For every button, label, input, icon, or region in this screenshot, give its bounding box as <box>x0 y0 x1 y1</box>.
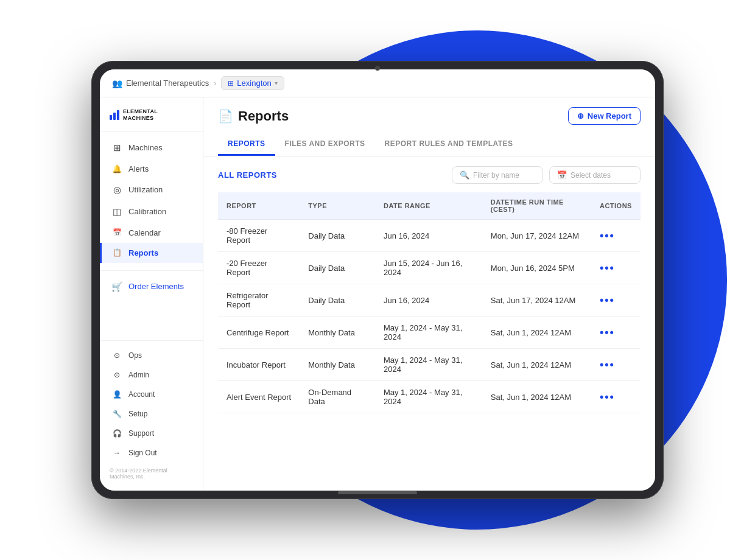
table-row[interactable]: -20 Freezer Report Daily Data Jun 15, 20… <box>218 252 641 284</box>
sidebar-item-alerts[interactable]: 🔔 Alerts <box>100 159 203 179</box>
sidebar-label-admin: Admin <box>128 371 149 379</box>
page-title-row: 📄 Reports ⊕ New Report <box>218 107 641 125</box>
cell-actions-1[interactable]: ••• <box>591 252 641 284</box>
tabs: Reports Files and Exports Report Rules a… <box>218 133 641 156</box>
sidebar-label-account: Account <box>128 390 155 399</box>
actions-dots-2[interactable]: ••• <box>600 294 615 306</box>
table-row[interactable]: -80 Freezer Report Daily Data Jun 16, 20… <box>218 220 641 252</box>
logo-bar-2 <box>113 113 116 120</box>
sidebar-item-calendar[interactable]: 📅 Calendar <box>100 223 203 243</box>
cell-actions-2[interactable]: ••• <box>591 284 641 317</box>
cell-datetime-0: Mon, Jun 17, 2024 12AM <box>482 220 591 252</box>
cell-type-5: On-Demand Data <box>300 381 375 413</box>
sidebar-item-setup[interactable]: 🔧 Setup <box>100 404 203 424</box>
table-row[interactable]: Incubator Report Monthly Data May 1, 202… <box>218 349 641 381</box>
org-name[interactable]: Elemental Therapeutics <box>126 79 209 88</box>
new-report-button[interactable]: ⊕ New Report <box>568 107 641 125</box>
search-placeholder: Filter by name <box>473 171 519 180</box>
cell-datetime-5: Sat, Jun 1, 2024 12AM <box>482 381 591 413</box>
cell-actions-4[interactable]: ••• <box>591 349 641 381</box>
sidebar-item-calibration[interactable]: ◫ Calibration <box>100 201 203 223</box>
calendar-filter-icon: 📅 <box>557 170 567 180</box>
breadcrumb-location[interactable]: ⊞ Lexington ▾ <box>221 76 284 90</box>
actions-dots-0[interactable]: ••• <box>600 229 615 242</box>
cell-actions-3[interactable]: ••• <box>591 317 641 349</box>
table-row[interactable]: Alert Event Report On-Demand Data May 1,… <box>218 381 641 413</box>
sidebar-label-setup: Setup <box>128 410 147 418</box>
cell-datetime-3: Sat, Jun 1, 2024 12AM <box>482 317 591 349</box>
logo-bar-3 <box>117 110 119 120</box>
reports-table: Report Type Date Range Datetime Run Time… <box>218 192 641 413</box>
top-bar: 👥 Elemental Therapeutics › ⊞ Lexington ▾ <box>100 69 655 97</box>
sidebar-item-signout[interactable]: → Sign Out <box>100 443 203 463</box>
cell-type-4: Monthly Data <box>300 349 375 381</box>
calendar-icon: 📅 <box>111 228 122 237</box>
col-date-range: Date Range <box>375 192 482 220</box>
cell-date-range-5: May 1, 2024 - May 31, 2024 <box>375 381 482 413</box>
sidebar-label-ops: Ops <box>128 351 142 360</box>
sidebar-label-calendar: Calendar <box>128 228 161 237</box>
cell-actions-5[interactable]: ••• <box>591 381 641 413</box>
page-title: 📄 Reports <box>218 108 289 124</box>
sidebar-footer: © 2014-2022 Elemental Machines, Inc. <box>100 463 203 485</box>
tab-files-exports[interactable]: Files and Exports <box>275 133 375 156</box>
search-filter[interactable]: 🔍 Filter by name <box>452 166 543 184</box>
sidebar-label-signout: Sign Out <box>128 449 157 457</box>
utilization-icon: ◎ <box>111 184 122 195</box>
cell-date-range-0: Jun 16, 2024 <box>375 220 482 252</box>
col-report: Report <box>218 192 300 220</box>
calibration-icon: ◫ <box>111 206 122 217</box>
filter-inputs: 🔍 Filter by name 📅 Select dates <box>452 166 641 184</box>
cell-actions-0[interactable]: ••• <box>591 220 641 252</box>
logo-bar-1 <box>110 115 112 120</box>
breadcrumb-arrow: › <box>214 79 216 88</box>
sidebar-item-machines[interactable]: ⊞ Machines <box>100 137 203 159</box>
sidebar-bottom: ⊙ Ops ⊙ Admin 👤 Account 🔧 Setup <box>100 340 203 463</box>
cell-report-5: Alert Event Report <box>218 381 300 413</box>
cell-type-0: Daily Data <box>300 220 375 252</box>
sidebar-label-calibration: Calibration <box>128 207 166 216</box>
new-report-label: New Report <box>588 111 631 121</box>
table-row[interactable]: Centrifuge Report Monthly Data May 1, 20… <box>218 317 641 349</box>
breadcrumb-org: 👥 Elemental Therapeutics <box>112 79 209 88</box>
page-title-text: Reports <box>238 108 289 124</box>
sidebar-item-order-elements[interactable]: 🛒 Order Elements <box>100 276 203 298</box>
sidebar-item-support[interactable]: 🎧 Support <box>100 424 203 443</box>
actions-dots-1[interactable]: ••• <box>600 262 615 274</box>
sidebar-label-reports: Reports <box>128 248 158 257</box>
logo-text: ELEMENTAL MACHINES <box>123 108 158 122</box>
cell-report-1: -20 Freezer Report <box>218 252 300 284</box>
sidebar-label-utilization: Utilization <box>128 185 163 194</box>
tab-rules-templates[interactable]: Report Rules and Templates <box>375 133 523 156</box>
machines-icon: ⊞ <box>111 142 122 153</box>
org-icon: 👥 <box>112 79 122 88</box>
cell-date-range-3: May 1, 2024 - May 31, 2024 <box>375 317 482 349</box>
tablet-camera <box>375 66 380 71</box>
reports-icon: 📋 <box>111 248 122 257</box>
cell-report-2: Refrigerator Report <box>218 284 300 317</box>
ops-icon: ⊙ <box>111 351 122 360</box>
filter-label: All Reports <box>218 170 277 180</box>
setup-icon: 🔧 <box>111 410 122 418</box>
support-icon: 🎧 <box>111 429 122 438</box>
actions-dots-4[interactable]: ••• <box>600 359 615 371</box>
col-actions: Actions <box>591 192 641 220</box>
actions-dots-5[interactable]: ••• <box>600 391 615 403</box>
logo-text-line2: MACHINES <box>123 115 158 122</box>
search-icon: 🔍 <box>460 170 469 180</box>
actions-dots-3[interactable]: ••• <box>600 326 615 338</box>
tab-reports[interactable]: Reports <box>218 133 275 156</box>
col-datetime-run: Datetime Run Time (CEST) <box>482 192 591 220</box>
sidebar-item-ops[interactable]: ⊙ Ops <box>100 346 203 365</box>
sidebar-item-utilization[interactable]: ◎ Utilization <box>100 179 203 201</box>
sidebar-item-admin[interactable]: ⊙ Admin <box>100 365 203 385</box>
sidebar-label-support: Support <box>128 429 154 438</box>
cell-datetime-4: Sat, Jun 1, 2024 12AM <box>482 349 591 381</box>
table-row[interactable]: Refrigerator Report Daily Data Jun 16, 2… <box>218 284 641 317</box>
footer-text: © 2014-2022 Elemental Machines, Inc. <box>110 467 167 480</box>
date-filter[interactable]: 📅 Select dates <box>549 166 641 184</box>
sidebar-item-account[interactable]: 👤 Account <box>100 385 203 404</box>
content-body: All Reports 🔍 Filter by name 📅 Select da… <box>203 156 655 491</box>
sidebar-item-reports[interactable]: 📋 Reports <box>100 243 203 263</box>
cell-report-4: Incubator Report <box>218 349 300 381</box>
